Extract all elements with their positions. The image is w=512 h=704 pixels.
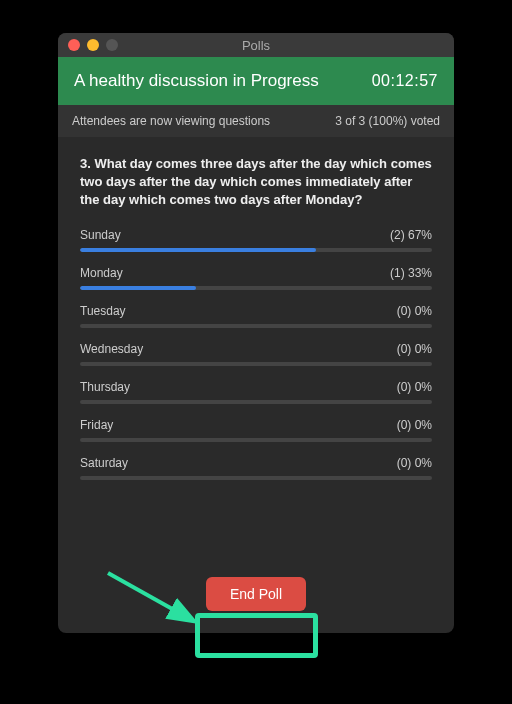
- option-bar-track: [80, 400, 432, 404]
- status-bar: Attendees are now viewing questions 3 of…: [58, 105, 454, 137]
- poll-content: 3. What day comes three days after the d…: [58, 137, 454, 563]
- option-label: Wednesday: [80, 342, 143, 356]
- polls-window: Polls A healthy discussion in Progress 0…: [58, 33, 454, 633]
- options-list: Sunday(2) 67%Monday(1) 33%Tuesday(0) 0%W…: [80, 228, 432, 480]
- poll-option: Wednesday(0) 0%: [80, 342, 432, 366]
- titlebar: Polls: [58, 33, 454, 57]
- option-label: Monday: [80, 266, 123, 280]
- option-label: Friday: [80, 418, 113, 432]
- poll-title: A healthy discussion in Progress: [74, 71, 319, 91]
- option-count: (0) 0%: [397, 418, 432, 432]
- poll-timer: 00:12:57: [372, 72, 438, 90]
- option-label: Sunday: [80, 228, 121, 242]
- poll-option: Monday(1) 33%: [80, 266, 432, 290]
- option-count: (0) 0%: [397, 380, 432, 394]
- option-count: (0) 0%: [397, 342, 432, 356]
- option-bar-track: [80, 286, 432, 290]
- option-label: Saturday: [80, 456, 128, 470]
- option-bar-track: [80, 324, 432, 328]
- option-count: (0) 0%: [397, 304, 432, 318]
- poll-option: Thursday(0) 0%: [80, 380, 432, 404]
- option-bar-track: [80, 476, 432, 480]
- minimize-icon[interactable]: [87, 39, 99, 51]
- option-bar-track: [80, 438, 432, 442]
- status-right: 3 of 3 (100%) voted: [335, 114, 440, 128]
- poll-header: A healthy discussion in Progress 00:12:5…: [58, 57, 454, 105]
- poll-option: Saturday(0) 0%: [80, 456, 432, 480]
- option-label: Thursday: [80, 380, 130, 394]
- footer: End Poll: [58, 563, 454, 633]
- status-left: Attendees are now viewing questions: [72, 114, 270, 128]
- end-poll-button[interactable]: End Poll: [206, 577, 306, 611]
- option-count: (1) 33%: [390, 266, 432, 280]
- poll-option: Friday(0) 0%: [80, 418, 432, 442]
- poll-option: Tuesday(0) 0%: [80, 304, 432, 328]
- option-bar-fill: [80, 248, 316, 252]
- option-count: (0) 0%: [397, 456, 432, 470]
- poll-option: Sunday(2) 67%: [80, 228, 432, 252]
- option-bar-track: [80, 248, 432, 252]
- option-bar-track: [80, 362, 432, 366]
- option-count: (2) 67%: [390, 228, 432, 242]
- question-text: 3. What day comes three days after the d…: [80, 155, 432, 210]
- close-icon[interactable]: [68, 39, 80, 51]
- option-label: Tuesday: [80, 304, 126, 318]
- option-bar-fill: [80, 286, 196, 290]
- traffic-lights: [58, 39, 118, 51]
- zoom-icon: [106, 39, 118, 51]
